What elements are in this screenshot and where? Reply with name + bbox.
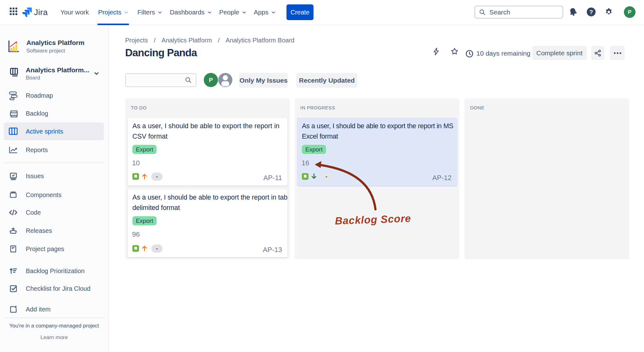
svg-text:?: ? xyxy=(589,9,593,15)
